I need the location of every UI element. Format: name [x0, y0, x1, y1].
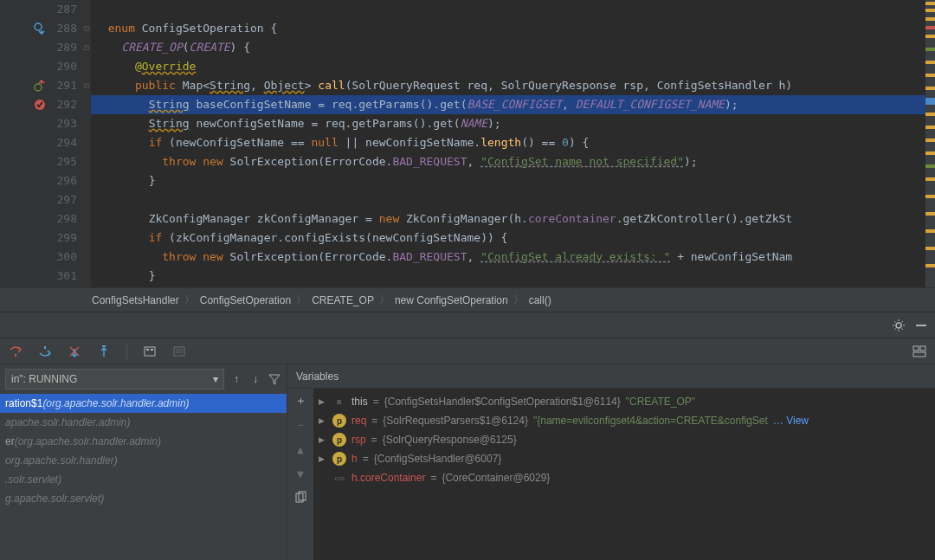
code-line: CREATE_OP(CREATE) {	[91, 38, 935, 57]
breakpoint-hit-icon[interactable]	[34, 99, 46, 111]
svg-point-1	[35, 84, 42, 91]
trace-icon	[172, 344, 186, 358]
frame-row[interactable]: ration$1 (org.apache.solr.handler.admin)	[0, 394, 287, 413]
prev-frame-icon[interactable]: ↑	[229, 372, 243, 386]
crumb[interactable]: new ConfigSetOperation	[390, 294, 513, 306]
inherit-down-icon[interactable]	[34, 23, 46, 35]
line-number: 300	[51, 248, 77, 267]
debug-bottom: in": RUNNING▾ ↑ ↓ ration$1 (org.apache.s…	[0, 364, 935, 560]
line-number: 289	[51, 38, 77, 57]
line-number: 295	[51, 152, 77, 171]
param-icon: p	[332, 452, 346, 466]
svg-rect-12	[913, 346, 919, 351]
frame-row[interactable]: apache.solr.handler.admin)	[0, 413, 287, 432]
editor-pane: 287 288 289 290 291 292 293 294 295 296 …	[0, 0, 935, 287]
line-number: 299	[51, 229, 77, 248]
frame-row[interactable]: org.apache.solr.handler)	[0, 451, 287, 470]
variables-list[interactable]: ▶≡this = {ConfigSetsHandler$ConfigSetOpe…	[313, 389, 935, 560]
step-into-icon[interactable]	[38, 344, 52, 358]
code-line: enum ConfigSetOperation {	[91, 19, 935, 38]
code-line: String newConfigSetName = req.getParams(…	[91, 114, 935, 133]
minimize-icon[interactable]	[914, 319, 928, 332]
svg-rect-8	[145, 347, 155, 356]
svg-rect-9	[146, 349, 149, 351]
error-stripe[interactable]	[925, 0, 935, 287]
add-watch-icon[interactable]: ＋	[293, 394, 307, 408]
code-line: throw new SolrException(ErrorCode.BAD_RE…	[91, 248, 935, 267]
param-icon: p	[332, 433, 346, 447]
code-line: if (newConfigSetName == null || newConfi…	[91, 133, 935, 152]
crumb[interactable]: CREATE_OP	[306, 294, 379, 306]
line-number: 292	[51, 95, 77, 114]
filter-icon[interactable]	[268, 372, 281, 386]
force-step-into-icon[interactable]	[68, 344, 81, 358]
fold-column[interactable]: ⊟⊟⊟	[82, 0, 91, 287]
code-line: if (zkConfigManager.configExists(newConf…	[91, 229, 935, 248]
svg-rect-10	[151, 349, 153, 351]
svg-rect-11	[174, 347, 184, 356]
line-number: 290	[51, 57, 77, 76]
breadcrumbs: ConfigSetsHandler〉 ConfigSetOperation〉 C…	[0, 287, 935, 312]
frame-row[interactable]: er (org.apache.solr.handler.admin)	[0, 432, 287, 451]
code-line: public Map<String, Object> call(SolrQuer…	[91, 76, 935, 95]
frames-panel: in": RUNNING▾ ↑ ↓ ration$1 (org.apache.s…	[0, 364, 287, 560]
glasses-icon: ○○	[332, 471, 346, 485]
code-line: throw new SolrException(ErrorCode.BAD_RE…	[91, 152, 935, 171]
ide-root: 287 288 289 290 291 292 293 294 295 296 …	[0, 0, 935, 560]
override-up-icon[interactable]	[34, 80, 46, 92]
copy-watch-icon[interactable]	[293, 491, 307, 505]
var-row: ▶○○h.coreContainer = {CoreContainer@6029…	[313, 468, 935, 487]
variables-panel: Variables ＋ － ▲ ▼ ▶≡this = {ConfigSetsHa…	[287, 364, 935, 560]
object-icon: ≡	[332, 395, 346, 409]
debug-tool-header	[0, 312, 935, 338]
crumb[interactable]: ConfigSetOperation	[195, 294, 296, 306]
remove-watch-icon: －	[293, 418, 307, 432]
step-over-icon[interactable]	[9, 344, 23, 358]
line-number: 298	[51, 209, 77, 229]
gutter: 287 288 289 290 291 292 293 294 295 296 …	[0, 0, 82, 287]
crumb[interactable]: ConfigSetsHandler	[87, 294, 184, 306]
step-out-icon[interactable]	[97, 344, 111, 358]
svg-point-3	[896, 323, 901, 328]
svg-rect-6	[44, 346, 46, 349]
variables-title: Variables	[287, 364, 935, 389]
line-number: 287	[51, 0, 77, 19]
thread-selector[interactable]: in": RUNNING▾	[5, 369, 224, 389]
var-row: ▶preq = {SolrRequestParsers$1@6124} "{na…	[313, 411, 935, 430]
svg-rect-14	[913, 352, 925, 357]
var-row: ▶prsp = {SolrQueryResponse@6125}	[313, 430, 935, 449]
svg-point-0	[35, 23, 42, 30]
code-line	[91, 190, 935, 209]
code-line: @Override	[91, 57, 935, 76]
frame-row[interactable]: g.apache.solr.servlet)	[0, 489, 287, 508]
variables-side-toolbar: ＋ － ▲ ▼	[287, 389, 313, 560]
line-number: 301	[51, 267, 77, 286]
code-line: ZkConfigManager zkConfigManager = new Zk…	[91, 209, 935, 229]
up-watch-icon: ▲	[293, 442, 307, 456]
line-number: 296	[51, 171, 77, 190]
code-area[interactable]: enum ConfigSetOperation { CREATE_OP(CREA…	[91, 0, 935, 287]
svg-rect-4	[916, 325, 926, 326]
down-watch-icon: ▼	[293, 467, 307, 480]
param-icon: p	[332, 414, 346, 428]
code-line: }	[91, 267, 935, 286]
line-number: 288	[51, 19, 77, 38]
line-number: 291	[51, 76, 77, 95]
var-row: ▶≡this = {ConfigSetsHandler$ConfigSetOpe…	[313, 392, 935, 411]
svg-rect-7	[102, 345, 106, 347]
crumb[interactable]: call()	[524, 294, 557, 306]
frame-row[interactable]: .solr.servlet)	[0, 470, 287, 489]
svg-rect-5	[15, 354, 16, 357]
line-number: 293	[51, 114, 77, 133]
evaluate-icon[interactable]	[143, 344, 157, 358]
debug-toolbar	[0, 338, 935, 364]
var-row: ▶ph = {ConfigSetsHandler@6007}	[313, 449, 935, 468]
code-line-current: String baseConfigSetName = req.getParams…	[91, 95, 935, 114]
gear-icon[interactable]	[892, 319, 906, 332]
next-frame-icon[interactable]: ↓	[248, 372, 262, 386]
line-number: 297	[51, 190, 77, 209]
code-line	[91, 0, 935, 19]
layout-icon[interactable]	[912, 344, 926, 358]
line-number: 294	[51, 133, 77, 152]
svg-rect-13	[920, 346, 925, 351]
